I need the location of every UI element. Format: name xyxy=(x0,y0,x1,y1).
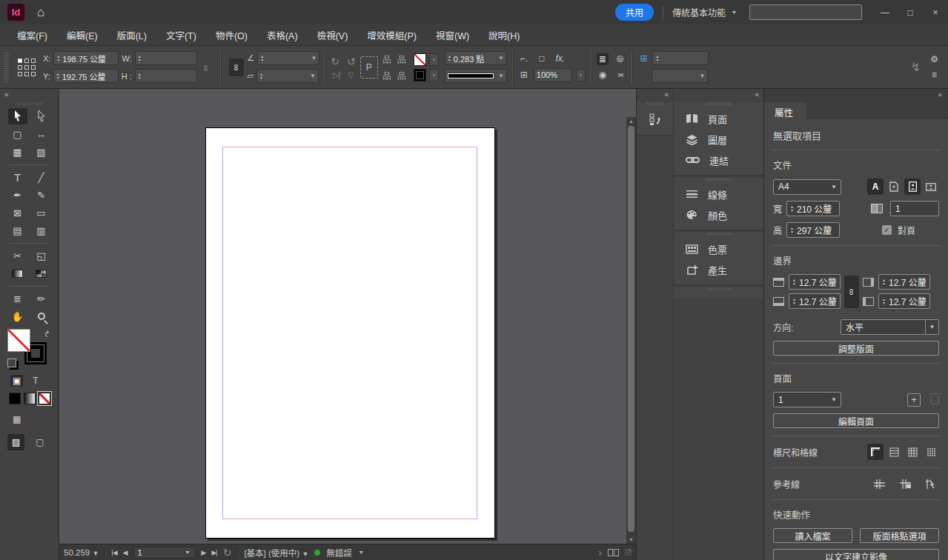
page-size-select[interactable]: A4▼ xyxy=(773,179,841,195)
select-next-object-icon[interactable]: 品 xyxy=(397,69,406,81)
rectangle-tool[interactable]: ▭ xyxy=(32,204,51,221)
page-number-select[interactable]: 1▼ xyxy=(133,547,196,559)
free-transform-tool[interactable]: ◱ xyxy=(32,247,51,264)
content-collector-tool[interactable]: ▦ xyxy=(8,144,27,160)
flip-vertical-icon[interactable]: ▽ xyxy=(348,71,354,79)
menu-edit[interactable]: 編輯(E) xyxy=(57,28,107,42)
direct-selection-tool[interactable] xyxy=(32,108,51,124)
default-fill-stroke-icon[interactable] xyxy=(7,359,16,367)
document-grid-button[interactable] xyxy=(904,444,921,460)
quick-apply-icon[interactable]: ↯ xyxy=(911,60,921,74)
style-select[interactable]: ▼ xyxy=(652,69,708,83)
frame-fitting-icon[interactable]: ⊞ xyxy=(637,53,649,64)
show-rulers-button[interactable] xyxy=(867,444,884,460)
menu-window[interactable]: 視窗(W) xyxy=(426,28,479,42)
page-count-field[interactable]: 1 xyxy=(890,201,939,216)
rotate-spread-icon[interactable]: ↻ xyxy=(223,547,232,559)
fill-proxy-swatch[interactable] xyxy=(7,329,30,352)
version-history-panel-icon[interactable] xyxy=(644,108,666,130)
orientation-portrait-icon[interactable] xyxy=(904,179,921,195)
spread-view-icon[interactable] xyxy=(608,549,619,556)
view-cell-icon[interactable]: ▦ xyxy=(10,413,23,425)
adjust-layout-button[interactable]: 調整版面 xyxy=(773,341,939,356)
tools-collapse-icon[interactable]: « xyxy=(0,89,59,101)
note-tool[interactable]: ≣ xyxy=(8,290,27,307)
shear-angle-field[interactable]: ▲▼▼ xyxy=(256,69,319,83)
constrain-dimensions-icon[interactable]: ∞ xyxy=(203,61,210,73)
select-previous-object-icon[interactable]: 品 xyxy=(397,53,406,65)
opacity-field[interactable]: 100% xyxy=(534,68,572,82)
wrap-none-icon[interactable]: ≣ xyxy=(597,53,609,65)
select-container-icon[interactable]: 品 xyxy=(382,53,391,65)
search-input[interactable] xyxy=(749,4,862,20)
share-button[interactable]: 共用 xyxy=(615,4,654,21)
rotate-ccw-icon[interactable]: ↺ xyxy=(347,56,356,67)
properties-expand-icon[interactable]: » xyxy=(764,89,948,102)
wrap-object-icon[interactable]: ◉ xyxy=(597,69,609,81)
rotate-cw-icon[interactable]: ↻ xyxy=(331,56,339,67)
home-icon[interactable]: ⌂ xyxy=(37,5,44,20)
first-page-icon[interactable]: |◀ xyxy=(111,549,116,556)
menu-object[interactable]: 物件(O) xyxy=(206,28,257,42)
zoom-tool[interactable] xyxy=(32,308,51,324)
formatting-affects-text-button[interactable]: T xyxy=(30,375,40,387)
overflow-chevron-icon[interactable]: › xyxy=(598,547,602,559)
y-position-field[interactable]: ▲▼ 192.75 公釐 xyxy=(53,69,119,83)
width-field[interactable]: ▲▼ xyxy=(135,51,197,65)
vertical-scrollbar[interactable]: ▲ ▼ xyxy=(626,117,636,544)
direction-select[interactable]: 水平▼ xyxy=(841,319,939,335)
corner-options-icon[interactable]: ⌐. xyxy=(518,53,530,64)
facing-pages-checkbox[interactable]: ✓ xyxy=(882,225,892,235)
menu-layout[interactable]: 版面(L) xyxy=(107,28,156,42)
menu-type[interactable]: 文字(T) xyxy=(156,28,206,42)
previous-page-icon[interactable]: ◀ xyxy=(123,549,127,556)
margin-outside-field[interactable]: ▲▼12.7 公釐 xyxy=(878,274,930,290)
apply-none-button[interactable] xyxy=(39,393,50,404)
add-page-button[interactable]: + xyxy=(907,393,921,407)
selection-tool[interactable] xyxy=(8,108,27,124)
rotation-angle-field[interactable]: ▲▼▼ xyxy=(257,51,319,65)
menu-file[interactable]: 檔案(F) xyxy=(7,28,57,42)
color-panel-button[interactable]: 顏色 xyxy=(674,204,763,225)
reference-point-proxy[interactable] xyxy=(18,59,36,76)
wrap-bounding-icon[interactable]: ⦾ xyxy=(614,53,626,65)
eyedropper-tool[interactable]: ✏ xyxy=(32,290,51,307)
stroke-type-select[interactable]: ▼ xyxy=(445,69,507,83)
fitting-field[interactable]: ▲▼ xyxy=(652,51,709,65)
preview-mode-button[interactable]: ▢ xyxy=(33,436,46,448)
layout-grid-button[interactable] xyxy=(923,444,939,460)
resize-grip[interactable] xyxy=(625,549,632,556)
menu-table[interactable]: 表格(A) xyxy=(257,28,308,42)
effects-icon[interactable]: fx. xyxy=(553,53,567,64)
layout-grid-options-button[interactable]: 版面格點選項 xyxy=(860,528,939,543)
margin-bottom-field[interactable]: ▲▼12.7 公釐 xyxy=(789,293,841,309)
dock-grip[interactable] xyxy=(706,178,732,181)
last-page-icon[interactable]: ▶| xyxy=(211,549,216,556)
formatting-affects-container-button[interactable]: ▣ xyxy=(10,375,23,387)
x-position-field[interactable]: ▲▼ 198.75 公釐 xyxy=(53,51,119,65)
line-tool[interactable]: ╱ xyxy=(32,169,51,185)
doc-size-letter-icon[interactable] xyxy=(886,179,902,195)
preflight-profile-select[interactable]: [基本] (使用中) ▼ xyxy=(244,547,308,559)
hand-tool[interactable]: ✋ xyxy=(8,308,27,324)
orientation-landscape-icon[interactable] xyxy=(923,179,939,195)
pages-panel-button[interactable]: 頁面 xyxy=(674,108,763,129)
canvas[interactable] xyxy=(69,117,626,544)
type-tool[interactable]: T xyxy=(8,169,27,185)
stroke-weight-field[interactable]: ▲▼ 0.283 點▼ xyxy=(445,51,507,65)
fill-options-button[interactable]: › xyxy=(429,53,439,66)
text-to-image-button[interactable]: 以文字建立影像 xyxy=(773,549,939,560)
margin-top-field[interactable]: ▲▼12.7 公釐 xyxy=(789,274,841,290)
swap-fill-stroke-icon[interactable]: ↷ xyxy=(43,330,53,337)
page-tool[interactable]: ▢ xyxy=(8,126,27,142)
app-logo[interactable]: Id xyxy=(7,3,25,21)
menu-plugins[interactable]: 增效模組(P) xyxy=(357,28,426,42)
gradient-swatch-tool[interactable] xyxy=(8,265,27,281)
pen-tool[interactable]: ✒ xyxy=(8,187,27,203)
close-button[interactable]: × xyxy=(923,0,948,24)
scrollbar-thumb[interactable] xyxy=(628,126,634,532)
stroke-options-button[interactable]: › xyxy=(429,69,439,81)
document-page[interactable] xyxy=(205,127,495,539)
content-placer-tool[interactable]: ▧ xyxy=(32,144,51,160)
preflight-status-label[interactable]: 無錯誤 xyxy=(326,547,352,559)
